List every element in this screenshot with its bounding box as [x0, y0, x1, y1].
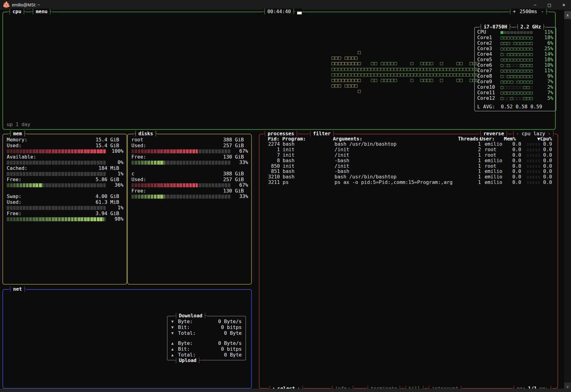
meter-row: 0% — [3, 160, 127, 166]
net-stat-name: Bit: — [178, 346, 190, 352]
bar-block-glyph: □ — [507, 90, 510, 95]
close-button[interactable]: ✕ — [557, 0, 571, 10]
net-stat-value: 0 Byte/s — [218, 341, 242, 346]
process-row[interactable]: 3211psps ax -o pid:5=Pid:,comm:15=Progra… — [259, 180, 558, 185]
bar-block-glyph: □ — [520, 90, 524, 95]
process-row[interactable]: 2274bashbash /usr/bin/bashtop1emilio0.0▯… — [259, 142, 558, 147]
core-usage-bar: □□□□□□□□□□ — [501, 58, 539, 62]
bar-block-glyph: □ — [504, 51, 507, 57]
meter-row: 36% — [3, 182, 127, 188]
stat-name: Free: — [131, 188, 146, 194]
screen: { "titlebar": { "title": "emilio@MSI: ~"… — [0, 0, 571, 392]
bar-block-glyph: ■ — [504, 29, 507, 35]
menu-button[interactable]: ┤menu├ — [31, 9, 52, 15]
disks-panel-label: disks — [137, 131, 154, 137]
process-row[interactable]: 1init/init2root0.0▯▯▯▯▯0.0 — [259, 147, 558, 153]
core-percent: 18% — [539, 57, 553, 63]
meter-bar — [7, 217, 106, 221]
process-user: emilio — [485, 158, 509, 164]
process-arguments: bash /usr/bin/bashtop — [335, 141, 463, 147]
process-cpu-graph: ▯▯▯▯▯ — [524, 152, 543, 158]
core-name: Core12 — [477, 95, 501, 101]
bar-block-glyph: □ — [514, 84, 517, 90]
bar-block-glyph: □ — [523, 79, 527, 84]
bar-block-glyph: □ — [517, 51, 520, 57]
core-name: Core6 — [477, 62, 501, 68]
bar-block-glyph: □ — [527, 90, 530, 95]
core-row: Core3□□□□□□□□□□25% — [477, 46, 553, 51]
filter-label: filter — [312, 131, 332, 137]
process-row[interactable]: 851bash-bash1emilio0.0▯▯▯▯▯0.0 — [259, 169, 558, 174]
bar-block-glyph: □ — [510, 90, 514, 95]
meter-percent: 36% — [108, 182, 123, 188]
bar-block-glyph: □ — [517, 68, 520, 73]
meter-percent: 1% — [108, 171, 123, 177]
header-threads[interactable]: Threads: — [458, 136, 476, 142]
bar-block-glyph: □ — [520, 57, 524, 62]
scrollbar-track[interactable]: ∧ ∨ — [564, 10, 571, 392]
meter-fill — [7, 149, 106, 153]
stat-row: c388 GiB — [128, 171, 251, 177]
refresh-interval: ┤+2500ms-├ — [509, 9, 548, 15]
logo-row: □□□ □□□□ — [331, 55, 479, 61]
core-percent: 9% — [539, 73, 553, 79]
net-stat-value: 0 Byte/s — [218, 319, 242, 325]
interval-plus-button[interactable]: + — [512, 9, 517, 15]
bar-block-glyph: □ — [520, 35, 524, 40]
header-arguments[interactable]: Arguments: — [333, 136, 458, 142]
bar-block-glyph: □ — [530, 46, 533, 51]
core-row: Core4□□□□□□□□□□14% — [477, 51, 553, 57]
process-program: init — [283, 152, 335, 158]
meter-bar — [7, 183, 106, 187]
bar-block-glyph: □ — [520, 84, 524, 90]
process-row[interactable]: 8bash-bash1emilio0.0▯▯▯▯▯0.0 — [259, 158, 558, 163]
bar-block-glyph: □ — [507, 35, 510, 40]
bar-block-glyph: □ — [510, 68, 514, 73]
meter-fill — [131, 161, 164, 165]
core-row: Core12□□□□□□□□□□5% — [477, 95, 553, 101]
interval-minus-button[interactable]: - — [540, 9, 545, 15]
bar-block-glyph: □ — [517, 35, 520, 40]
stat-row: Used:15.4 GiB — [3, 143, 127, 149]
stat-name: c — [131, 171, 134, 177]
bar-block-glyph: □ — [517, 95, 520, 101]
reverse-button[interactable]: ┤reverse├ — [479, 131, 509, 137]
bar-block-glyph: □ — [527, 84, 530, 90]
core-row: Core5□□□□□□□□□□18% — [477, 57, 553, 62]
process-row[interactable]: 7init/init1root0.0▯▯▯▯▯0.0 — [259, 152, 558, 158]
direction-arrow-icon: ▲ — [171, 346, 178, 352]
logo-row: □□□□□□□□□ □□ □□□□□ □ □□□□ □ □□ □□□ — [331, 77, 479, 83]
stat-name: Cached: — [7, 166, 27, 171]
bar-block-glyph: ■ — [527, 29, 530, 35]
scroll-up-arrow[interactable]: ∧ — [564, 11, 571, 19]
process-mem: 0.0 — [509, 141, 521, 147]
process-arguments: -bash — [335, 158, 463, 164]
net-stat-row: ▲Byte:0 Byte/s — [171, 341, 242, 346]
sort-next-button[interactable]: › — [546, 131, 552, 137]
process-cpu-graph: ▯▯▯▯▯ — [524, 174, 543, 180]
process-pid: 7 — [263, 152, 280, 158]
bar-block-glyph: □ — [517, 40, 520, 46]
process-arguments: /init — [335, 152, 463, 158]
core-name: Core4 — [477, 51, 501, 57]
bar-block-glyph: □ — [527, 73, 530, 79]
process-user: emilio — [485, 180, 509, 185]
stat-value: 5.86 GiB — [96, 177, 119, 183]
net-stat-row: ▲Total:0 Byte — [171, 352, 242, 358]
bar-block-glyph: ■ — [517, 29, 520, 35]
process-user: root — [485, 163, 509, 169]
bar-block-glyph: □ — [520, 95, 524, 101]
process-row[interactable]: 3210bashbash /usr/bin/bashtop1emilio0.0▯… — [259, 174, 558, 180]
bar-block-glyph: □ — [501, 57, 504, 62]
direction-arrow-icon: ▲ — [171, 352, 178, 358]
bar-block-glyph: □ — [523, 57, 527, 62]
stat-name: Free: — [7, 211, 21, 217]
clock: ┤00:44:40├ — [263, 9, 302, 15]
bar-block-glyph: □ — [510, 62, 514, 68]
process-row[interactable]: 850init/init1root0.0▯▯▯▯▯0.0 — [259, 163, 558, 169]
sort-prev-button[interactable]: ‹ — [515, 131, 520, 137]
filter-button[interactable]: ┤filter├ — [308, 131, 335, 137]
bar-block-glyph: □ — [501, 73, 504, 79]
meter-row: 33% — [128, 194, 251, 200]
mem-panel-title: ┤mem├ — [9, 131, 26, 137]
